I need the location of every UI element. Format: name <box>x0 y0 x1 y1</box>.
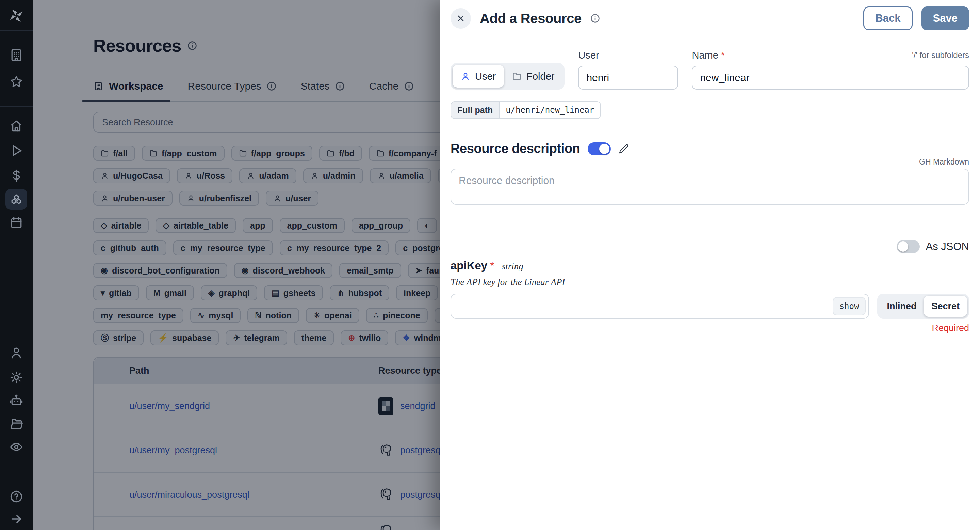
folder-icon <box>512 72 522 81</box>
owner-kind-folder-label: Folder <box>527 71 554 82</box>
resource-description-textarea[interactable] <box>450 169 969 205</box>
sidebar <box>0 0 33 530</box>
windmill-logo[interactable] <box>9 8 24 23</box>
gh-markdown-hint: GH Markdown <box>450 157 969 166</box>
drawer-title: Add a Resource <box>480 11 582 26</box>
schedules-calendar-icon[interactable] <box>9 215 24 230</box>
settings-gear-icon[interactable] <box>9 370 24 385</box>
resources-boxes-icon[interactable] <box>9 192 24 206</box>
inlined-option[interactable]: Inlined <box>879 296 924 317</box>
show-secret-button[interactable]: show <box>833 297 866 315</box>
audit-eye-icon[interactable] <box>9 439 24 454</box>
user-icon <box>461 72 470 81</box>
apikey-input[interactable] <box>450 294 869 319</box>
required-asterisk: * <box>490 260 494 272</box>
required-asterisk: * <box>721 50 725 61</box>
app-window: Resources Workspace Resource Types State… <box>0 0 980 530</box>
back-button[interactable]: Back <box>863 6 912 30</box>
close-icon[interactable] <box>450 8 471 29</box>
sidebar-divider <box>0 30 33 31</box>
owner-kind-user-label: User <box>475 71 496 82</box>
required-error-text: Required <box>450 323 969 334</box>
save-button[interactable]: Save <box>921 6 969 30</box>
full-path-value: u/henri/new_linear <box>500 102 600 118</box>
apikey-field-description: The API key for the Linear API <box>450 277 969 287</box>
owner-kind-folder-button[interactable]: Folder <box>504 65 563 88</box>
apikey-field-name: apiKey <box>450 259 487 272</box>
name-field[interactable] <box>692 66 969 89</box>
home-icon[interactable] <box>9 118 24 134</box>
folders-icon[interactable] <box>9 416 24 431</box>
owner-kind-toggle: User Folder <box>450 63 565 89</box>
workspace-building-icon[interactable] <box>9 48 24 63</box>
resource-description-heading: Resource description <box>450 141 580 156</box>
runs-play-icon[interactable] <box>9 143 24 158</box>
full-path-badge: Full path u/henri/new_linear <box>450 101 601 119</box>
owner-kind-user-button[interactable]: User <box>453 65 504 88</box>
edit-pencil-icon[interactable] <box>618 144 629 154</box>
drawer-header: Add a Resource Back Save <box>440 0 980 37</box>
favorites-star-icon[interactable] <box>9 74 24 89</box>
add-resource-drawer: Add a Resource Back Save User Folder <box>440 0 980 530</box>
user-field-label: User <box>578 50 678 61</box>
usage-dollar-icon[interactable] <box>9 168 24 183</box>
user-field[interactable] <box>578 66 678 89</box>
apikey-field-type: string <box>502 261 523 272</box>
sidebar-divider <box>0 106 33 107</box>
account-user-icon[interactable] <box>9 345 24 360</box>
as-json-toggle[interactable] <box>897 240 920 253</box>
subfolder-hint: '/' for subfolders <box>912 50 969 60</box>
full-path-label: Full path <box>451 102 500 118</box>
help-icon[interactable] <box>9 489 24 504</box>
expand-sidebar-arrow-icon[interactable] <box>9 512 24 527</box>
inlined-secret-toggle: Inlined Secret <box>877 294 969 319</box>
as-json-label: As JSON <box>926 241 969 253</box>
drawer-title-info-icon[interactable] <box>590 14 600 23</box>
description-toggle[interactable] <box>588 142 611 155</box>
workers-robot-icon[interactable] <box>9 393 24 408</box>
secret-option[interactable]: Secret <box>924 296 967 317</box>
